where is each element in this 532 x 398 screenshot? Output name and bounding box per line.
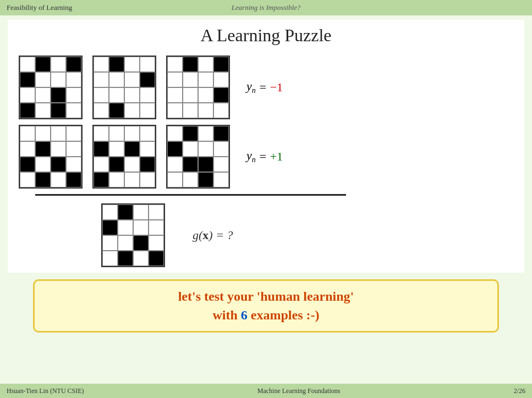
- grid-cell: [35, 141, 51, 157]
- grid-cell: [35, 72, 51, 87]
- grid-cell: [213, 141, 229, 157]
- grid-cell: [167, 87, 183, 103]
- grid-cell: [109, 126, 124, 141]
- grid-cell: [35, 126, 51, 141]
- grid-cell: [124, 157, 140, 172]
- callout-line2-suffix: examples :-): [248, 308, 320, 322]
- grid-cell: [94, 103, 109, 118]
- grid-cell: [51, 126, 66, 141]
- query-formula-label: g(x) = ?: [193, 228, 233, 242]
- grid-cell: [109, 103, 124, 118]
- callout-number: 6: [241, 308, 248, 322]
- grid-cell: [102, 235, 118, 251]
- grid-cell: [109, 72, 124, 87]
- grid-cell: [198, 72, 213, 87]
- grid-cell: [198, 141, 213, 157]
- grid-cell: [167, 72, 183, 87]
- grid-cell: [167, 57, 183, 72]
- grid-cell: [66, 57, 81, 72]
- grid-cell: [213, 72, 229, 87]
- yn-negative-label: yn = −1: [246, 79, 283, 95]
- grid-cell: [198, 87, 213, 103]
- grid-cell: [94, 57, 109, 72]
- grid-cell: [51, 72, 66, 87]
- grid-cell: [94, 172, 109, 187]
- grid-cell: [149, 251, 164, 266]
- yn-positive-label: yn = +1: [246, 148, 283, 164]
- callout-text: let's test your 'human learning' with 6 …: [46, 288, 486, 324]
- grid-cell: [20, 126, 35, 141]
- grid-cell: [51, 103, 66, 118]
- grid-cell: [118, 235, 133, 251]
- grid-cell: [124, 72, 140, 87]
- grid-cell: [198, 126, 213, 141]
- grid-cell: [66, 103, 81, 118]
- grid-cell: [140, 172, 155, 187]
- grid-cell: [124, 172, 140, 187]
- grid-cell: [35, 103, 51, 118]
- grid-cell: [51, 157, 66, 172]
- grid-cell: [213, 103, 229, 118]
- grid-cell: [183, 141, 198, 157]
- grid-cell: [183, 103, 198, 118]
- grid-cell: [198, 172, 213, 187]
- grid-cell: [20, 57, 35, 72]
- grid-cell: [167, 126, 183, 141]
- grid-cell: [140, 157, 155, 172]
- grid-cell: [133, 251, 149, 266]
- query-grid-wrapper: [101, 203, 165, 267]
- grid-cell: [35, 57, 51, 72]
- grid-cell: [183, 126, 198, 141]
- grid-cell: [198, 57, 213, 72]
- grid-cell: [183, 72, 198, 87]
- grid-cell: [20, 103, 35, 118]
- query-row: g(x) = ?: [35, 203, 513, 267]
- section-divider: [35, 194, 346, 196]
- footer-left: Hsuan-Tien Lin (NTU CSIE): [7, 387, 84, 395]
- grid-cell: [124, 126, 140, 141]
- grid-4x4: [92, 125, 156, 189]
- grid-cell: [167, 172, 183, 187]
- grid-cell: [109, 57, 124, 72]
- grid-cell: [213, 126, 229, 141]
- grid-cell: [20, 72, 35, 87]
- grid-cell: [94, 72, 109, 87]
- grid-cell: [124, 103, 140, 118]
- main-content: A Learning Puzzle yn = −1 yn = +1 g(x) =…: [8, 20, 524, 273]
- grid-cell: [118, 220, 133, 235]
- grid-cell: [149, 235, 164, 251]
- grid-4x4: [92, 56, 156, 119]
- grid-cell: [167, 141, 183, 157]
- row-group-negative: yn = −1: [19, 56, 513, 119]
- grid-cell: [167, 103, 183, 118]
- grid-cell: [183, 157, 198, 172]
- grid-cell: [94, 157, 109, 172]
- grid-cell: [198, 103, 213, 118]
- grid-cell: [20, 172, 35, 187]
- grid-cell: [118, 204, 133, 220]
- callout-line2-prefix: with: [213, 308, 241, 322]
- header-center-label: Learning is Impossible?: [232, 3, 301, 12]
- callout-box: let's test your 'human learning' with 6 …: [33, 279, 499, 333]
- grid-cell: [213, 157, 229, 172]
- grid-cell: [109, 172, 124, 187]
- footer-center: Machine Learning Foundations: [257, 387, 341, 395]
- grid-cell: [109, 87, 124, 103]
- grid-4x4: [19, 56, 83, 119]
- grid-cell: [118, 251, 133, 266]
- grid-cell: [124, 57, 140, 72]
- grid-cell: [102, 220, 118, 235]
- grid-cell: [66, 87, 81, 103]
- grid-cell: [35, 172, 51, 187]
- grid-cell: [35, 157, 51, 172]
- grid-cell: [140, 103, 155, 118]
- grid-cell: [94, 87, 109, 103]
- slide-title: A Learning Puzzle: [19, 25, 513, 46]
- grid-cell: [213, 172, 229, 187]
- grid-container-row1: [19, 56, 230, 119]
- grid-cell: [213, 87, 229, 103]
- grid-cell: [140, 126, 155, 141]
- grid-cell: [149, 204, 164, 220]
- grid-cell: [51, 172, 66, 187]
- grid-4x4: [166, 56, 230, 119]
